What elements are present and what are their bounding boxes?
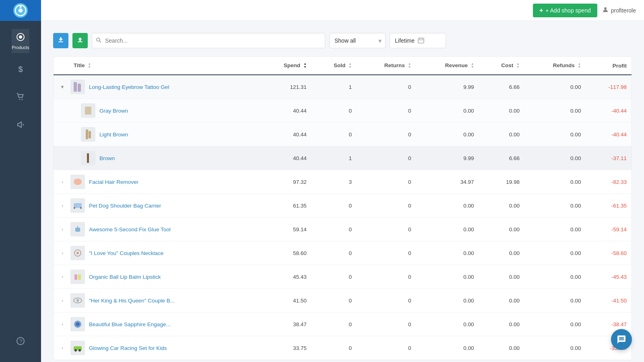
svg-point-5 xyxy=(19,99,20,100)
col-sold[interactable]: Sold ▲▼ xyxy=(312,57,357,75)
sidebar-item-megaphone[interactable] xyxy=(12,113,29,138)
expand-button[interactable]: ▼ xyxy=(58,83,66,91)
col-revenue-label: Revenue xyxy=(445,62,468,68)
revenue-cell: 0.00 xyxy=(416,265,479,289)
spend-cell: 45.43 xyxy=(258,265,312,289)
chat-fab-button[interactable] xyxy=(611,329,632,350)
col-spend[interactable]: Spend ▲▼ xyxy=(258,57,312,75)
sold-cell: 0 xyxy=(312,289,357,313)
sold-cell: 0 xyxy=(312,241,357,265)
refunds-cell: 0.00 xyxy=(524,218,586,241)
sold-cell: 0 xyxy=(312,265,357,289)
table-row: › Beautiful Blue Sapphire Engage... 38.4… xyxy=(54,313,632,336)
svg-line-13 xyxy=(100,41,101,43)
header: + + Add shop spend profiterole xyxy=(41,0,644,21)
product-cell: › Facial Hair Remover xyxy=(54,170,258,194)
content-area: Show all ▾ Lifetime xyxy=(41,21,644,362)
expand-button[interactable]: › xyxy=(58,202,66,210)
refunds-cell: 0.00 xyxy=(524,146,586,170)
refunds-cell: 0.00 xyxy=(524,99,586,123)
returns-cell: 0 xyxy=(357,336,416,360)
table-body: ▼ Long-Lasting Eyebrow Tattoo Gel 121.31… xyxy=(54,75,632,360)
product-image xyxy=(70,175,85,189)
spend-cell: 61.35 xyxy=(258,194,312,218)
svg-point-37 xyxy=(76,322,80,326)
show-all-select-wrap: Show all ▾ xyxy=(329,33,386,48)
product-cell: › Beautiful Blue Sapphire Engage... xyxy=(54,313,258,336)
product-image xyxy=(70,222,85,237)
revenue-cell: 9.99 xyxy=(416,146,479,170)
refunds-cell: 0.00 xyxy=(524,123,586,146)
profit-cell: -45.43 xyxy=(586,265,632,289)
table-row: › Organic Ball Lip Balm Lipstick 45.43 0… xyxy=(54,265,632,289)
col-cost[interactable]: Cost ▲▼ xyxy=(479,57,524,75)
spend-cell: 41.50 xyxy=(258,289,312,313)
product-image xyxy=(70,80,85,94)
table-row: › "I Love You" Couples Necklace 58.60 0 … xyxy=(54,241,632,265)
product-cell: › "I Love You" Couples Necklace xyxy=(54,241,258,265)
cost-cell: 19.98 xyxy=(479,170,524,194)
revenue-cell: 0.00 xyxy=(416,289,479,313)
search-input[interactable] xyxy=(92,33,325,48)
expand-button[interactable]: › xyxy=(58,320,66,328)
expand-button[interactable]: › xyxy=(58,296,66,304)
svg-rect-22 xyxy=(89,131,91,138)
svg-rect-28 xyxy=(75,228,80,232)
sold-cell: 0 xyxy=(312,336,357,360)
product-cell: › Pet Dog Shoulder Bag Carrier xyxy=(54,194,258,218)
sidebar-item-help[interactable]: ? xyxy=(16,330,25,354)
help-icon: ? xyxy=(16,337,25,348)
col-title[interactable]: Title ▲▼ xyxy=(54,57,258,75)
sidebar-item-cart[interactable] xyxy=(12,85,29,109)
upload-button[interactable] xyxy=(72,33,88,48)
product-cell: ▼ Long-Lasting Eyebrow Tattoo Gel xyxy=(54,75,258,99)
table-row: Light Brown 40.44 0 0 0.00 0.00 0.00 -40… xyxy=(54,123,632,146)
col-refunds[interactable]: Refunds ▲▼ xyxy=(524,57,586,75)
svg-rect-20 xyxy=(85,107,91,115)
spend-cell: 58.60 xyxy=(258,241,312,265)
expand-button[interactable]: › xyxy=(58,344,66,352)
sort-icons-refunds: ▲▼ xyxy=(578,62,581,69)
svg-rect-33 xyxy=(78,274,81,280)
spend-cell: 40.44 xyxy=(258,123,312,146)
download-icon xyxy=(58,37,64,45)
product-title: Glowing Car Racing Set for Kids xyxy=(89,345,167,351)
product-title: "Her King & His Queen" Couple B... xyxy=(89,298,175,304)
refunds-cell: 0.00 xyxy=(524,170,586,194)
expand-button[interactable]: › xyxy=(58,225,66,233)
add-shop-spend-button[interactable]: + + Add shop spend xyxy=(533,4,597,17)
expand-button[interactable]: › xyxy=(58,249,66,257)
svg-point-35 xyxy=(76,299,79,302)
sidebar-item-products[interactable]: Products xyxy=(12,29,29,53)
spend-cell: 33.75 xyxy=(258,336,312,360)
refunds-cell: 0.00 xyxy=(524,194,586,218)
profit-cell: -40.44 xyxy=(586,99,632,123)
show-all-select[interactable]: Show all xyxy=(329,33,386,48)
expand-button[interactable]: › xyxy=(58,178,66,186)
date-range-button[interactable]: Lifetime xyxy=(390,33,446,48)
sidebar-item-finance[interactable]: $ xyxy=(12,57,29,81)
svg-rect-11 xyxy=(78,41,83,42)
sort-icons-cost: ▲▼ xyxy=(516,62,520,69)
expand-button[interactable]: › xyxy=(58,273,66,281)
svg-point-24 xyxy=(74,179,82,185)
refunds-cell: 0.00 xyxy=(524,313,586,336)
revenue-cell: 0.00 xyxy=(416,241,479,265)
logo-icon xyxy=(13,3,28,18)
cost-cell: 0.00 xyxy=(479,99,524,123)
table-row: › Facial Hair Remover 97.32 3 0 34.97 19… xyxy=(54,170,632,194)
download-button[interactable] xyxy=(53,33,68,48)
product-title: Pet Dog Shoulder Bag Carrier xyxy=(89,203,161,209)
product-cell: Light Brown xyxy=(54,123,258,146)
profit-cell: -58.60 xyxy=(586,241,632,265)
megaphone-icon xyxy=(16,120,25,131)
sidebar-products-label: Products xyxy=(12,45,29,50)
sold-cell: 0 xyxy=(312,313,357,336)
spend-cell: 40.44 xyxy=(258,146,312,170)
svg-point-2 xyxy=(20,6,22,8)
col-profit[interactable]: Profit xyxy=(586,57,632,75)
col-revenue[interactable]: Revenue ▲▼ xyxy=(416,57,479,75)
col-returns[interactable]: Returns ▲▼ xyxy=(357,57,416,75)
returns-cell: 0 xyxy=(357,241,416,265)
svg-point-4 xyxy=(19,35,22,39)
